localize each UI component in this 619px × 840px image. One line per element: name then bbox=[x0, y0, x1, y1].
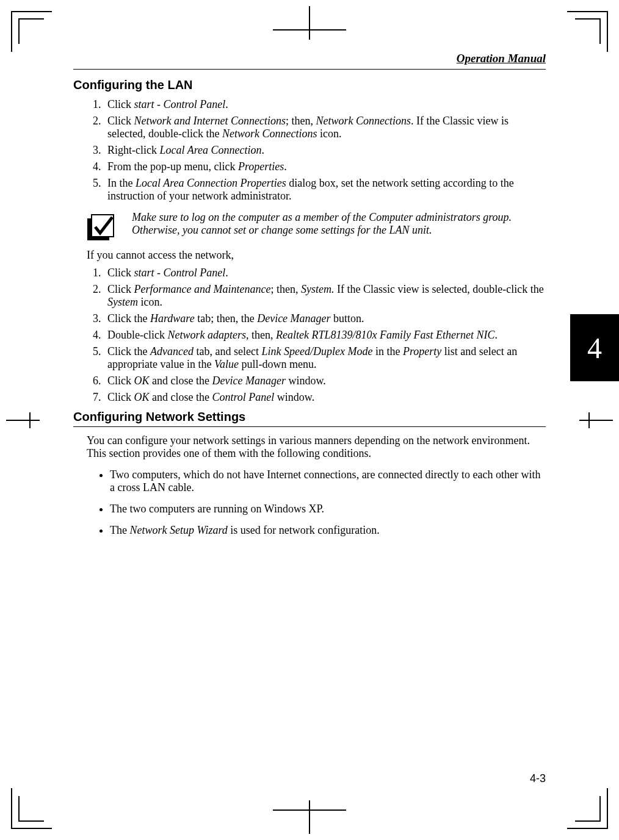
list-item: From the pop-up menu, click Properties. bbox=[104, 160, 546, 173]
text: ; then, bbox=[270, 283, 301, 295]
text: pull-down menu. bbox=[239, 358, 317, 370]
list-item: The Network Setup Wizard is used for net… bbox=[110, 524, 546, 537]
text: Network and Internet Connections bbox=[134, 115, 286, 127]
list-item: Click Performance and Maintenance; then,… bbox=[104, 283, 546, 309]
text: Network Connections bbox=[316, 115, 411, 127]
text: tab; then, the bbox=[195, 312, 257, 325]
text: window. bbox=[286, 375, 326, 387]
text: window. bbox=[274, 391, 314, 403]
text: OK bbox=[134, 391, 150, 403]
text: Property bbox=[403, 345, 441, 357]
lan-steps-list: Click start - Control Panel. Click Netwo… bbox=[87, 98, 546, 203]
text: Click bbox=[107, 391, 134, 403]
list-item: The two computers are running on Windows… bbox=[110, 503, 546, 515]
text: icon. bbox=[317, 127, 341, 140]
text: Click the bbox=[107, 312, 150, 325]
list-item: Right-click Local Area Connection. bbox=[104, 144, 546, 157]
text: Performance and Maintenance bbox=[134, 283, 271, 295]
text: Device Manager bbox=[212, 375, 285, 387]
text: The bbox=[110, 524, 129, 536]
text: In the bbox=[107, 177, 136, 189]
list-item: Click the Advanced tab, and select Link … bbox=[104, 345, 546, 371]
list-item: Click OK and close the Control Panel win… bbox=[104, 391, 546, 404]
text: Double-click bbox=[107, 329, 167, 341]
text: Realtek RTL8139/810x Family Fast Etherne… bbox=[276, 329, 494, 341]
text: and close the bbox=[150, 375, 212, 387]
text: Control Panel bbox=[212, 391, 274, 403]
text: Device Manager bbox=[257, 312, 330, 325]
running-head: Operation Manual bbox=[73, 52, 546, 65]
text: Right-click bbox=[107, 144, 159, 156]
text: Network Connections bbox=[222, 127, 317, 140]
text: Advanced bbox=[150, 345, 194, 357]
heading-configuring-lan: Configuring the LAN bbox=[73, 78, 546, 93]
chapter-tab: 4 bbox=[570, 314, 619, 381]
text: . bbox=[284, 160, 287, 173]
text: From the pop-up menu, click bbox=[107, 160, 238, 173]
list-item: Click the Hardware tab; then, the Device… bbox=[104, 312, 546, 325]
text: start - Control Panel bbox=[134, 98, 226, 110]
list-item: In the Local Area Connection Properties … bbox=[104, 177, 546, 203]
text: in the bbox=[372, 345, 403, 357]
check-note-icon bbox=[87, 214, 115, 242]
text: Click bbox=[107, 375, 134, 387]
text: start - Control Panel bbox=[134, 267, 226, 279]
page-content: Operation Manual Configuring the LAN Cli… bbox=[73, 52, 546, 767]
text: Click bbox=[107, 267, 134, 279]
text: Local Area Connection Properties bbox=[136, 177, 286, 189]
text: is used for network configuration. bbox=[228, 524, 380, 536]
text: button. bbox=[331, 312, 364, 325]
troubleshoot-steps-list: Click start - Control Panel. Click Perfo… bbox=[87, 267, 546, 404]
header-rule bbox=[73, 69, 546, 70]
heading-configuring-network-settings: Configuring Network Settings bbox=[73, 410, 546, 427]
conditions-list: Two computers, which do not have Interne… bbox=[99, 468, 546, 537]
text: Click bbox=[107, 98, 134, 110]
text: . bbox=[225, 267, 228, 279]
text: Click the bbox=[107, 345, 150, 357]
note-text: Make sure to log on the computer as a me… bbox=[132, 211, 546, 237]
text: Local Area Connection bbox=[159, 144, 261, 156]
text: Network adapters bbox=[167, 329, 246, 341]
text: OK bbox=[134, 375, 150, 387]
text: , then, bbox=[246, 329, 276, 341]
text: If the Classic view is selected, double-… bbox=[334, 283, 543, 295]
page-number: 4-3 bbox=[530, 772, 546, 785]
text: Properties bbox=[238, 160, 284, 173]
list-item: Click start - Control Panel. bbox=[104, 98, 546, 111]
intro-text: If you cannot access the network, bbox=[87, 249, 532, 262]
text: tab, and select bbox=[194, 345, 261, 357]
note-callout: Make sure to log on the computer as a me… bbox=[87, 211, 546, 242]
text: and close the bbox=[150, 391, 212, 403]
text: . bbox=[494, 329, 498, 341]
text: Click bbox=[107, 115, 134, 127]
list-item: Double-click Network adapters, then, Rea… bbox=[104, 329, 546, 342]
text: . bbox=[261, 144, 264, 156]
text: Click bbox=[107, 283, 134, 295]
list-item: Two computers, which do not have Interne… bbox=[110, 468, 546, 494]
list-item: Click start - Control Panel. bbox=[104, 267, 546, 279]
text: Hardware bbox=[150, 312, 195, 325]
text: . bbox=[225, 98, 228, 110]
section-intro: You can configure your network settings … bbox=[87, 434, 546, 460]
list-item: Click Network and Internet Connections; … bbox=[104, 115, 546, 140]
text: Link Speed/Duplex Mode bbox=[261, 345, 372, 357]
text: Value bbox=[214, 358, 239, 370]
text: icon. bbox=[138, 296, 162, 308]
list-item: Click OK and close the Device Manager wi… bbox=[104, 375, 546, 387]
text: Network Setup Wizard bbox=[129, 524, 227, 536]
text: System bbox=[107, 296, 138, 308]
text: System. bbox=[301, 283, 334, 295]
text: ; then, bbox=[286, 115, 316, 127]
